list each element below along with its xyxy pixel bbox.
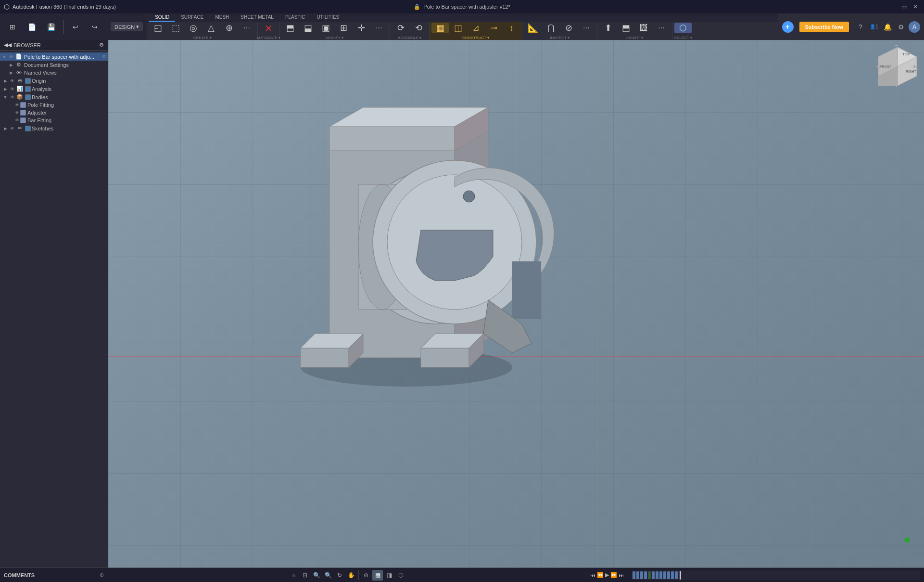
axis-2pts-button[interactable]: ↕ <box>503 23 520 33</box>
offset-plane-button[interactable]: ▦ <box>431 23 449 33</box>
view-cube-svg[interactable]: TOP FRONT RIGHT ▲ ▼ ◀ ▶ <box>876 45 919 88</box>
settings-icon[interactable]: ⚙ <box>895 21 907 33</box>
account-avatar[interactable]: A <box>909 21 920 33</box>
playback-end-button[interactable]: ⏭ <box>619 572 624 578</box>
insert-svg-button[interactable]: ⬒ <box>617 23 634 33</box>
section-view-button[interactable]: ⊘ <box>361 570 371 581</box>
eye-root[interactable]: 👁 <box>8 54 14 59</box>
more-insert-button[interactable]: ⋯ <box>653 23 670 33</box>
playback-start-button[interactable]: ⏮ <box>590 572 595 578</box>
tree-item-analysis[interactable]: ▶ 👁 📊 Analysis <box>0 85 108 93</box>
tree-item-origin[interactable]: ▶ 👁 ⊕ Origin <box>0 77 108 85</box>
expand-arrow-doc[interactable]: ▶ <box>8 63 14 67</box>
eye-bar-fitting[interactable]: 👁 <box>13 118 20 123</box>
expand-arrow-sketches[interactable]: ▶ <box>2 126 9 131</box>
new-component-button[interactable]: ◱ <box>149 23 166 33</box>
tab-surface[interactable]: SURFACE <box>175 13 209 22</box>
expand-arrow-origin[interactable]: ▶ <box>2 78 9 83</box>
hole-button[interactable]: ⊕ <box>220 23 238 33</box>
decal-button[interactable]: 🖼 <box>635 23 652 33</box>
viewport[interactable]: TOP FRONT RIGHT ▲ ▼ ◀ ▶ <box>108 40 924 568</box>
eye-pole-fitting[interactable]: 👁 <box>13 103 20 107</box>
revolve-button[interactable]: ◎ <box>185 23 202 33</box>
axis-cyl-button[interactable]: ⊸ <box>485 23 502 33</box>
subscribe-button[interactable]: Subscribe Now <box>799 22 849 32</box>
expand-arrow-root[interactable]: ▼ <box>1 54 8 59</box>
fit-button[interactable]: ⊡ <box>300 570 310 581</box>
eye-sketches[interactable]: 👁 <box>9 126 15 131</box>
shell-button[interactable]: ▣ <box>317 23 334 33</box>
section-analysis-button[interactable]: ⊘ <box>560 23 577 33</box>
save-button[interactable]: 💾 <box>42 23 60 31</box>
maximize-button[interactable]: ▭ <box>899 2 909 12</box>
comments-options-icon[interactable]: ⊕ <box>100 572 104 578</box>
svg-text:▶[interactable]: ▶ <box>913 64 917 69</box>
display-mode-button[interactable]: ▦ <box>372 570 383 581</box>
interference-button[interactable]: ⋂ <box>542 23 559 33</box>
tree-item-sketches[interactable]: ▶ 👁 ✏ Sketches <box>0 124 108 132</box>
root-settings-icon[interactable]: ⚙ <box>102 54 106 59</box>
tab-plastic[interactable]: PLASTIC <box>279 13 311 22</box>
browser-options-icon[interactable]: ⚙ <box>99 42 104 48</box>
tree-item-doc-settings[interactable]: ▶ ⚙ Document Settings <box>0 61 108 69</box>
svg-text:◀[interactable]: ◀ <box>876 64 880 69</box>
undo-button[interactable]: ↩ <box>67 23 84 31</box>
expand-arrow-bodies[interactable]: ▼ <box>2 95 9 100</box>
expand-arrow-analysis[interactable]: ▶ <box>2 87 9 91</box>
measure-button[interactable]: 📐 <box>524 23 542 33</box>
tab-solid[interactable]: SOLID <box>149 13 175 22</box>
as-built-joint-button[interactable]: ⟲ <box>410 23 427 33</box>
design-dropdown[interactable]: DESIGN ▾ <box>111 22 143 31</box>
svg-text:▼[interactable]: ▼ <box>894 83 899 88</box>
playback-next-button[interactable]: ⏩ <box>610 572 617 578</box>
add-button[interactable]: + <box>782 21 794 33</box>
timeline-bar[interactable] <box>632 570 920 580</box>
delete-button[interactable]: ✕ <box>260 23 277 34</box>
fillet-button[interactable]: ⬓ <box>299 23 316 33</box>
eye-bodies[interactable]: 👁 <box>9 95 15 100</box>
minimize-button[interactable]: ─ <box>887 2 897 12</box>
tree-item-bodies[interactable]: ▼ 👁 📦 Bodies <box>0 93 108 101</box>
expand-arrow-named-views[interactable]: ▶ <box>8 70 14 75</box>
more-create-button[interactable]: ⋯ <box>238 23 255 33</box>
plane-3pts-button[interactable]: ⊿ <box>467 23 484 33</box>
collapse-sidebar-icon[interactable]: ◀◀ <box>4 42 12 48</box>
zoom-in-button[interactable]: 🔍 <box>311 570 322 581</box>
tree-item-adjuster[interactable]: 👁 Adjuster <box>0 109 108 116</box>
extrude-button[interactable]: ⬚ <box>167 23 184 33</box>
tree-item-bar-fitting[interactable]: 👁 Bar Fitting <box>0 116 108 124</box>
tree-item-root[interactable]: ▼ 👁 📄 Pole to Bar spacer with adju... ⚙ <box>0 52 108 61</box>
plane-angle-button[interactable]: ◫ <box>449 23 467 33</box>
tree-item-named-views[interactable]: ▶ 👁 Named Views <box>0 69 108 77</box>
svg-text:▲[interactable]: ▲ <box>894 45 899 47</box>
app-menu-button[interactable]: ⊞ <box>4 23 21 31</box>
file-button[interactable]: 📄 <box>23 23 40 31</box>
sweep-button[interactable]: △ <box>203 23 220 33</box>
press-pull-button[interactable]: ⬒ <box>281 23 299 33</box>
tab-sheet-metal[interactable]: SHEET METAL <box>235 13 279 22</box>
playback-play-button[interactable]: ▶ <box>605 572 609 578</box>
tab-utilities[interactable]: UTILITIES <box>311 13 345 22</box>
move-button[interactable]: ✛ <box>353 23 370 33</box>
insert-mcmaster-button[interactable]: ⬆ <box>599 23 617 33</box>
more-inspect-button[interactable]: ⋯ <box>578 23 595 33</box>
eye-adjuster[interactable]: 👁 <box>13 110 20 115</box>
notification-icon[interactable]: 🔔 <box>882 21 893 33</box>
redo-button[interactable]: ↪ <box>86 23 103 31</box>
tab-mesh[interactable]: MESH <box>209 13 235 22</box>
help-icon[interactable]: ? <box>855 21 866 33</box>
pan-button[interactable]: ✋ <box>346 570 356 581</box>
combine-button[interactable]: ⊞ <box>335 23 352 33</box>
ground-plane-button[interactable]: ⬡ <box>395 570 406 581</box>
select-button[interactable]: ⬡ <box>674 23 692 33</box>
orbit-button[interactable]: ↻ <box>334 570 345 581</box>
tree-item-pole-fitting[interactable]: 👁 Pole Fitting <box>0 101 108 109</box>
view-cube[interactable]: TOP FRONT RIGHT ▲ ▼ ◀ ▶ <box>876 45 919 103</box>
eye-origin[interactable]: 👁 <box>9 78 15 83</box>
joint-button[interactable]: ⟳ <box>392 23 409 33</box>
eye-analysis[interactable]: 👁 <box>9 87 15 91</box>
more-modify-button[interactable]: ⋯ <box>370 23 388 33</box>
close-button[interactable]: ✕ <box>911 2 920 12</box>
zoom-out-button[interactable]: 🔍 <box>323 570 333 581</box>
playback-prev-button[interactable]: ⏪ <box>597 572 604 578</box>
